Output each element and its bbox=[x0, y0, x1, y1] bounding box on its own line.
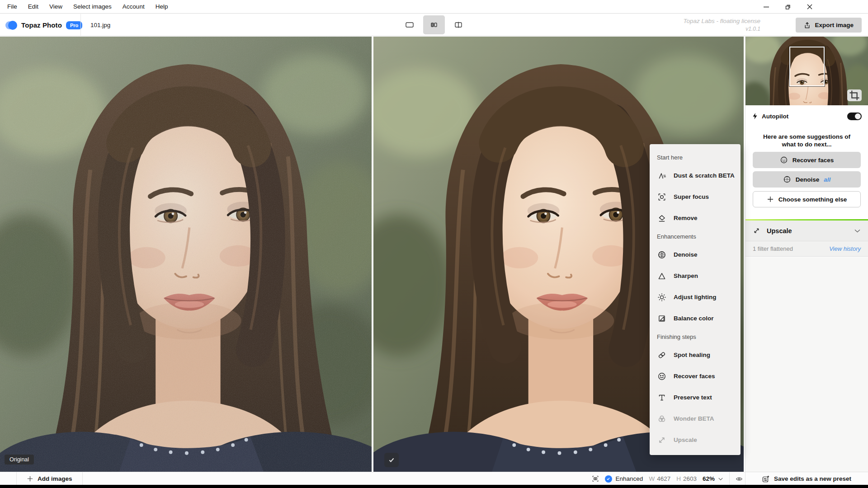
bottom-status-controls: Enhanced W4627 H2603 62% bbox=[592, 472, 743, 485]
menu-view[interactable]: View bbox=[49, 3, 62, 10]
filter-section-enhancements: Enhancements bbox=[650, 229, 741, 244]
menu-item-recover-faces[interactable]: Recover faces bbox=[650, 366, 741, 387]
minimize-button[interactable] bbox=[761, 2, 771, 12]
save-preset-button[interactable]: Save edits as a new preset bbox=[748, 472, 865, 485]
menu-item-remove[interactable]: Remove bbox=[650, 207, 741, 229]
header-divider bbox=[80, 14, 81, 36]
chevron-down-icon[interactable] bbox=[854, 227, 861, 235]
pro-badge: Pro bbox=[66, 21, 82, 29]
autopilot-toggle[interactable] bbox=[847, 113, 862, 120]
bandaid-icon bbox=[657, 350, 667, 360]
menu-account[interactable]: Account bbox=[123, 3, 145, 10]
text-icon bbox=[657, 393, 667, 403]
menu-edit[interactable]: Edit bbox=[28, 3, 38, 10]
dust-scratch-icon bbox=[657, 171, 667, 181]
plus-icon bbox=[27, 475, 33, 482]
topaz-photo-app: File Edit View Select images Account Hel… bbox=[0, 0, 868, 488]
filter-section-finishing-steps: Finishing steps bbox=[650, 329, 741, 344]
bottom-toolbar: Add images Enhanced W4627 H2603 62% bbox=[0, 472, 868, 485]
menu-item-denoise[interactable]: Denoise bbox=[650, 244, 741, 265]
add-images-button[interactable]: Add images bbox=[17, 472, 82, 485]
license-text: Topaz Labs - floating license bbox=[683, 17, 760, 25]
menu-item-sharpen[interactable]: Sharpen bbox=[650, 265, 741, 286]
preview-capture-icon[interactable] bbox=[592, 475, 599, 483]
autopilot-row: Autopilot bbox=[752, 109, 862, 123]
menu-item-spot-healing[interactable]: Spot healing bbox=[650, 344, 741, 366]
original-image-pane[interactable]: Original bbox=[0, 37, 372, 472]
comparison-view: Original Start here Dust & scratch BETA … bbox=[0, 37, 868, 472]
image-width: W4627 bbox=[649, 475, 670, 482]
window-titlebar: File Edit View Select images Account Hel… bbox=[0, 0, 868, 14]
view-mode-switcher bbox=[399, 15, 469, 34]
menu-help[interactable]: Help bbox=[156, 3, 168, 10]
eraser-icon bbox=[657, 213, 667, 223]
upscale-arrows-icon bbox=[657, 435, 667, 445]
image-height: H2603 bbox=[676, 475, 697, 482]
screen-letterbox bbox=[0, 485, 868, 488]
smiley-icon bbox=[657, 371, 667, 381]
divider bbox=[82, 472, 83, 485]
menu-item-adjust-lighting[interactable]: Adjust lighting bbox=[650, 286, 741, 308]
side-by-side-view-icon[interactable] bbox=[448, 15, 469, 34]
filters-status: 1 filter flattened bbox=[753, 245, 793, 252]
export-image-button[interactable]: Export image bbox=[796, 18, 862, 33]
image-tab[interactable]: 101.jpg bbox=[90, 14, 110, 36]
preset-icon bbox=[762, 475, 770, 483]
suggestion-text: Here are some suggestions of what to do … bbox=[756, 133, 857, 149]
denoise-scope: all bbox=[824, 176, 830, 183]
right-sidebar: Autopilot Here are some suggestions of w… bbox=[745, 37, 868, 472]
filter-section-start-here: Start here bbox=[650, 150, 741, 165]
denoise-globe-icon bbox=[783, 175, 791, 183]
menu-item-preserve-text[interactable]: Preserve text bbox=[650, 387, 741, 408]
menubar: File Edit View Select images Account Hel… bbox=[0, 3, 168, 10]
split-view-icon[interactable] bbox=[423, 15, 445, 34]
menu-item-super-focus[interactable]: Super focus bbox=[650, 186, 741, 207]
original-label-badge: Original bbox=[5, 455, 34, 465]
bottom-left-controls: Add images bbox=[0, 472, 83, 485]
enhanced-check-badge[interactable] bbox=[384, 453, 399, 467]
super-focus-icon bbox=[657, 192, 667, 202]
menu-item-wonder[interactable]: Wonder BETA bbox=[650, 408, 741, 429]
brand-name: Topaz Photo bbox=[21, 21, 62, 29]
window-controls bbox=[761, 0, 815, 14]
bolt-icon bbox=[752, 113, 758, 120]
face-detection-box[interactable] bbox=[789, 47, 825, 86]
view-history-link[interactable]: View history bbox=[829, 245, 861, 252]
recover-faces-button[interactable]: Recover faces bbox=[753, 152, 861, 168]
filter-menu: Start here Dust & scratch BETA Super foc… bbox=[650, 144, 741, 455]
topaz-logo-icon bbox=[5, 20, 17, 30]
close-icon[interactable] bbox=[805, 2, 815, 12]
check-circle-icon bbox=[605, 475, 612, 483]
denoise-globe-icon bbox=[657, 250, 667, 260]
crop-icon[interactable] bbox=[847, 89, 862, 101]
zoom-level-select[interactable]: 62% bbox=[703, 475, 723, 482]
share-icon bbox=[804, 22, 811, 29]
autopilot-label: Autopilot bbox=[762, 113, 788, 120]
original-photo bbox=[0, 37, 372, 472]
filters-status-row: 1 filter flattened View history bbox=[745, 241, 868, 257]
menu-select-images[interactable]: Select images bbox=[73, 3, 112, 10]
menu-item-dust-scratch[interactable]: Dust & scratch BETA bbox=[650, 165, 741, 186]
export-tray-icon[interactable] bbox=[0, 475, 16, 483]
eye-preview-icon[interactable] bbox=[736, 475, 743, 483]
divider bbox=[729, 472, 730, 485]
navigator-thumbnail[interactable] bbox=[745, 37, 868, 105]
upscale-filter-header[interactable]: Upscale bbox=[745, 221, 868, 241]
upscale-arrows-icon bbox=[753, 227, 760, 235]
enhanced-status: Enhanced bbox=[605, 475, 643, 483]
sidebar-empty-area bbox=[745, 257, 868, 472]
brightness-icon bbox=[657, 292, 667, 302]
plus-icon bbox=[767, 196, 774, 203]
choose-something-else-button[interactable]: Choose something else bbox=[753, 191, 861, 207]
denoise-all-button[interactable]: Denoise all bbox=[753, 171, 861, 188]
single-view-icon[interactable] bbox=[399, 15, 420, 34]
menu-item-upscale[interactable]: Upscale bbox=[650, 429, 741, 450]
brand: Topaz Photo Pro bbox=[5, 14, 82, 36]
chevron-down-icon bbox=[718, 477, 723, 481]
menu-item-balance-color[interactable]: Balance color bbox=[650, 308, 741, 329]
menu-file[interactable]: File bbox=[7, 3, 17, 10]
restore-button[interactable] bbox=[783, 2, 793, 12]
app-version: v1.0.1 bbox=[683, 25, 760, 33]
license-info: Topaz Labs - floating license v1.0.1 bbox=[683, 17, 760, 33]
sharpen-triangle-icon bbox=[657, 271, 667, 281]
